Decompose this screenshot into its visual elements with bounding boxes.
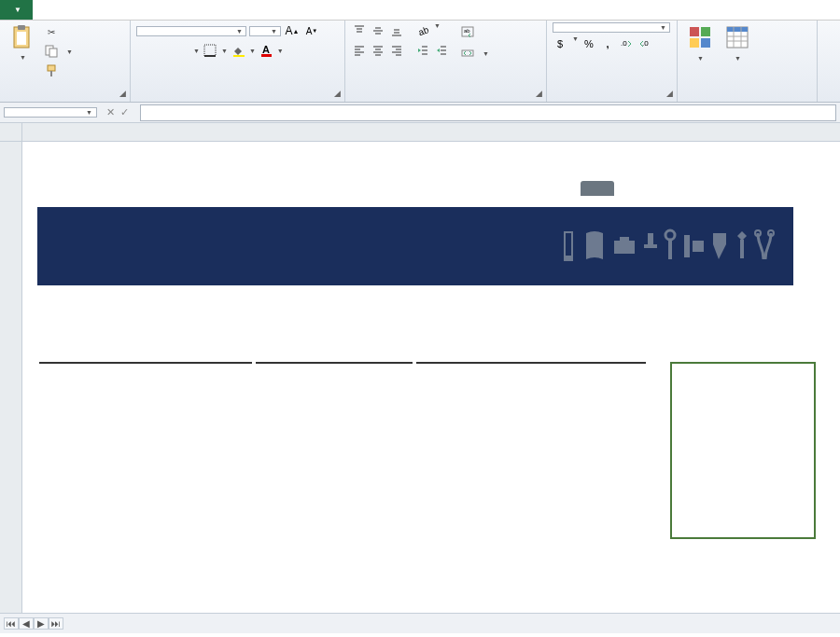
cut-button[interactable]: ✂	[43, 22, 73, 41]
copy-icon	[43, 43, 60, 60]
svg-rect-47	[701, 27, 710, 36]
decrease-decimal-button[interactable]: .0	[637, 35, 653, 52]
align-top-button[interactable]	[351, 22, 368, 39]
svg-rect-61	[648, 233, 653, 246]
svg-text:.0: .0	[621, 39, 627, 48]
number-format-select[interactable]: ▼	[553, 22, 670, 33]
grow-font-button[interactable]: A▲	[284, 22, 301, 39]
group-label	[351, 100, 540, 102]
banner	[37, 207, 793, 285]
svg-rect-58	[614, 241, 635, 254]
font-color-button[interactable]: A	[258, 42, 274, 59]
underline-button[interactable]	[174, 42, 190, 59]
group-label	[683, 100, 811, 102]
merge-center-button[interactable]: ▼	[459, 44, 489, 62]
align-center-button[interactable]	[370, 42, 386, 59]
tab-nav-next[interactable]: ▶	[34, 617, 49, 630]
align-right-button[interactable]	[388, 42, 405, 59]
tab-nav-last[interactable]: ⏭	[49, 617, 63, 630]
dialog-launcher[interactable]: ◢	[331, 89, 343, 100]
format-as-table-button[interactable]: ▼	[721, 22, 754, 64]
tab-nav-prev[interactable]: ◀	[19, 617, 34, 630]
align-bottom-button[interactable]	[388, 22, 405, 39]
italic-button[interactable]	[155, 42, 172, 59]
formula-input[interactable]	[140, 104, 836, 121]
svg-rect-5	[48, 65, 55, 71]
menu-bar: ▼	[0, 0, 840, 21]
header-item	[39, 362, 252, 364]
dialog-launcher[interactable]: ◢	[533, 89, 544, 100]
increase-decimal-button[interactable]: .0	[618, 35, 635, 52]
svg-rect-63	[668, 239, 672, 259]
header-amount	[416, 362, 646, 364]
chevron-down-icon: ▼	[14, 6, 21, 14]
align-middle-button[interactable]	[370, 22, 386, 39]
align-left-button[interactable]	[351, 42, 368, 59]
svg-text:$: $	[557, 38, 563, 49]
svg-rect-49	[701, 38, 710, 48]
paste-button[interactable]: ▼	[6, 22, 39, 62]
svg-rect-11	[261, 54, 272, 57]
percent-button[interactable]: %	[581, 35, 597, 52]
svg-rect-9	[233, 55, 245, 57]
svg-point-62	[665, 230, 675, 240]
scissors-icon: ✂	[43, 23, 60, 40]
group-clipboard: ▼ ✂ ▼	[0, 21, 131, 102]
font-size-select[interactable]: ▼	[249, 26, 281, 36]
svg-rect-48	[690, 38, 699, 48]
font-name-select[interactable]: ▼	[136, 26, 246, 36]
svg-rect-46	[690, 27, 699, 36]
group-label	[553, 100, 671, 102]
cond-label: ▼	[696, 52, 704, 62]
svg-rect-7	[204, 45, 216, 56]
budget-summary-button[interactable]	[581, 181, 614, 196]
chevron-down-icon: ▼	[66, 48, 73, 55]
svg-rect-6	[50, 71, 52, 76]
svg-rect-4	[49, 48, 57, 57]
chevron-down-icon: ▼	[20, 54, 26, 61]
cancel-icon[interactable]: ✕	[106, 106, 115, 118]
orientation-button[interactable]: ab	[414, 22, 431, 39]
file-tab[interactable]: ▼	[0, 0, 33, 20]
currency-button[interactable]: $	[553, 35, 569, 52]
paintbrush-icon	[43, 62, 60, 79]
group-label	[136, 100, 339, 102]
bold-button[interactable]	[136, 42, 153, 59]
svg-text:A: A	[262, 44, 270, 55]
decrease-indent-button[interactable]	[414, 42, 431, 59]
dialog-launcher[interactable]: ◢	[117, 89, 128, 100]
svg-rect-59	[620, 237, 629, 242]
tools-icons	[558, 228, 775, 265]
merge-icon	[459, 45, 476, 62]
comma-button[interactable]: ,	[599, 35, 616, 52]
tab-nav-first[interactable]: ⏮	[4, 617, 19, 630]
conditional-formatting-icon	[687, 24, 713, 50]
group-alignment: ab▼ ab ▼	[345, 21, 547, 102]
wrap-text-button[interactable]: ab	[459, 22, 489, 41]
sheet-tab-bar: ⏮ ◀ ▶ ⏭	[0, 613, 840, 633]
slicer-note[interactable]	[670, 362, 816, 539]
svg-rect-65	[693, 241, 704, 252]
copy-button[interactable]: ▼	[43, 42, 73, 61]
svg-text:ab: ab	[464, 28, 470, 34]
border-button[interactable]	[202, 42, 218, 59]
table-icon	[724, 24, 750, 50]
row-headers	[0, 123, 22, 617]
svg-rect-1	[18, 25, 25, 30]
dialog-launcher[interactable]: ◢	[664, 89, 675, 100]
select-all-corner[interactable]	[0, 123, 21, 142]
name-box[interactable]: ▼	[4, 107, 97, 118]
header-category	[256, 362, 413, 364]
group-number: ▼ $▼ % , .0 .0 ◢	[547, 21, 678, 102]
shrink-font-button[interactable]: A▼	[303, 22, 320, 39]
format-painter-button[interactable]	[43, 62, 73, 80]
fill-color-button[interactable]	[230, 42, 246, 59]
group-font: ▼ ▼ A▲ A▼ ▼ ▼ ▼ A▼ ◢	[131, 21, 345, 102]
chevron-down-icon: ▼	[86, 109, 92, 116]
conditional-formatting-button[interactable]: ▼	[683, 22, 717, 64]
enter-icon[interactable]: ✓	[120, 106, 129, 118]
table-label: ▼	[734, 52, 741, 62]
worksheet	[0, 123, 840, 617]
increase-indent-button[interactable]	[433, 42, 450, 59]
column-headers	[22, 123, 840, 142]
